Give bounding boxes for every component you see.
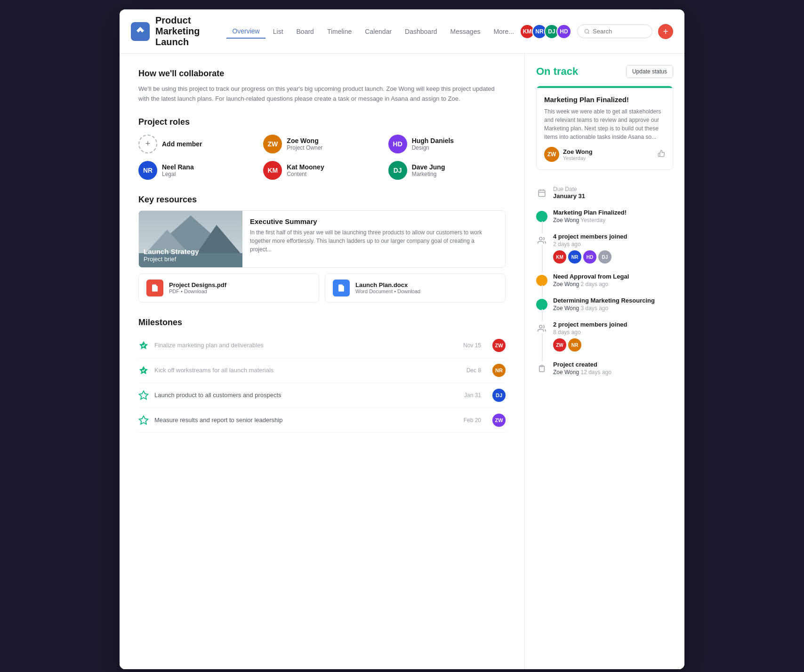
role-item-hugh: HD Hugh Daniels Design (388, 135, 506, 153)
milestone-text: Kick off workstreams for all launch mate… (154, 367, 461, 374)
milestone-item: Kick off workstreams for all launch mate… (138, 358, 506, 383)
resource-exec-desc: In the first half of this year we will b… (250, 228, 498, 254)
resources-section: Key resources (138, 195, 506, 303)
tab-more[interactable]: More... (488, 25, 520, 38)
project-title: Product Marketing Launch (155, 15, 215, 48)
resource-thumbnail: Launch Strategy Project brief (139, 211, 242, 267)
status-card-text: This week we were able to get all stakeh… (544, 107, 665, 141)
activity-body: Marketing Plan Finalized! Zoe Wong Yeste… (553, 209, 673, 224)
milestone-avatar: NR (492, 364, 506, 377)
activity-title: Marketing Plan Finalized! (553, 209, 673, 216)
milestone-date: Feb 20 (464, 417, 481, 424)
milestone-text: Finalize marketing plan and deliverables (154, 342, 458, 349)
search-box[interactable] (577, 24, 652, 38)
activity-item: Determining Marketing Resourcing Zoe Won… (536, 292, 673, 316)
due-date-item: Due Date January 31 (536, 181, 673, 204)
status-card-footer: ZW Zoe Wong Yesterday (544, 147, 665, 162)
activity-body: 4 project members joined 2 days ago KM N… (553, 233, 673, 264)
right-panel: On track Update status Marketing Plan Fi… (524, 54, 684, 669)
nav-tabs: Overview List Board Timeline Calendar Da… (226, 24, 520, 39)
activity-item: 4 project members joined 2 days ago KM N… (536, 228, 673, 268)
tab-overview[interactable]: Overview (226, 24, 265, 39)
milestone-date: Nov 15 (463, 342, 481, 349)
svg-point-0 (585, 29, 589, 33)
avatar-neel: NR (138, 161, 157, 180)
activity-title: 2 project members joined (553, 321, 673, 328)
members-icon (536, 323, 547, 334)
due-value: January 31 (553, 192, 585, 200)
project-created-icon (536, 363, 547, 374)
milestones-title: Milestones (138, 318, 506, 328)
role-item-dave: DJ Dave Jung Marketing (388, 161, 506, 180)
milestone-date: Jan 31 (464, 392, 481, 399)
activity-sub: Zoe Wong 12 days ago (553, 369, 673, 376)
milestone-icon-completed (138, 340, 149, 351)
main-resource-card[interactable]: Launch Strategy Project brief Executive … (138, 210, 506, 268)
pdf-filename: Project Designs.pdf (169, 281, 226, 288)
activity-body: Project created Zoe Wong 12 days ago (553, 361, 673, 376)
role-label-kat: Content (287, 171, 324, 177)
status-card-content: Marketing Plan Finalized! This week we w… (537, 88, 673, 169)
roles-section: Project roles + Add member ZW Zoe Wong P… (138, 117, 506, 180)
due-date-info: Due Date January 31 (553, 186, 585, 200)
add-member-circle[interactable]: + (138, 135, 157, 153)
add-member-item[interactable]: + Add member (138, 135, 256, 153)
act-avatar: NR (568, 250, 581, 264)
author-name: Zoe Wong (563, 148, 593, 155)
add-button[interactable]: + (658, 24, 673, 39)
milestone-avatar: ZW (492, 339, 506, 352)
activity-avatars: KM NR HD DJ (553, 250, 673, 264)
app-window: Product Marketing Launch Overview List B… (120, 9, 684, 669)
role-name-zoe: Zoe Wong (287, 137, 322, 144)
file-card-doc[interactable]: Launch Plan.docx Word Document • Downloa… (325, 273, 506, 303)
tab-timeline[interactable]: Timeline (322, 25, 357, 38)
tab-board[interactable]: Board (291, 25, 320, 38)
pdf-icon (146, 280, 163, 296)
activity-sub: Zoe Wong Yesterday (553, 217, 673, 224)
author-time: Yesterday (563, 155, 593, 161)
header: Product Marketing Launch Overview List B… (120, 9, 684, 54)
avatar-dave: DJ (388, 161, 407, 180)
like-button[interactable] (658, 150, 665, 159)
resources-title: Key resources (138, 195, 506, 205)
tab-list[interactable]: List (267, 25, 289, 38)
tab-dashboard[interactable]: Dashboard (399, 25, 443, 38)
file-card-pdf[interactable]: Project Designs.pdf PDF • Download (138, 273, 319, 303)
role-name-kat: Kat Mooney (287, 163, 324, 171)
milestone-avatar: DJ (492, 389, 506, 402)
header-right: KM NR DJ HD + (520, 24, 673, 39)
status-header: On track Update status (536, 65, 673, 78)
tab-messages[interactable]: Messages (445, 25, 486, 38)
pdf-meta: PDF • Download (169, 288, 226, 294)
svg-rect-8 (539, 190, 545, 197)
resource-exec-title: Executive Summary (250, 217, 498, 225)
act-avatar: KM (553, 250, 566, 264)
doc-icon (333, 280, 350, 296)
calendar-icon (536, 187, 547, 199)
milestone-item: Finalize marketing plan and deliverables… (138, 333, 506, 358)
act-avatar: NR (568, 338, 581, 352)
role-item-kat: KM Kat Mooney Content (263, 161, 380, 180)
activity-dot-orange (536, 275, 547, 286)
avatar-kat: KM (263, 161, 282, 180)
role-name-neel: Neel Rana (162, 163, 194, 171)
activity-body: 2 project members joined 8 days ago ZW N… (553, 321, 673, 352)
milestone-avatar: ZW (492, 414, 506, 427)
update-status-button[interactable]: Update status (626, 65, 673, 78)
avatar-hugh: HD (388, 135, 407, 153)
activity-sub: 2 days ago (553, 241, 673, 248)
milestone-item: Measure results and report to senior lea… (138, 408, 506, 433)
activity-sub: Zoe Wong 2 days ago (553, 281, 673, 288)
activity-title: 4 project members joined (553, 233, 673, 240)
on-track-label: On track (536, 65, 578, 78)
activity-item: 2 project members joined 8 days ago ZW N… (536, 316, 673, 356)
tab-calendar[interactable]: Calendar (359, 25, 397, 38)
milestone-icon-pending (138, 415, 149, 425)
roles-title: Project roles (138, 117, 506, 127)
activity-item: Marketing Plan Finalized! Zoe Wong Yeste… (536, 204, 673, 228)
act-avatar: HD (583, 250, 596, 264)
left-panel: How we'll collaborate We'll be using thi… (120, 54, 524, 669)
search-input[interactable] (593, 28, 645, 35)
due-label: Due Date (553, 186, 585, 192)
act-avatar: DJ (598, 250, 611, 264)
